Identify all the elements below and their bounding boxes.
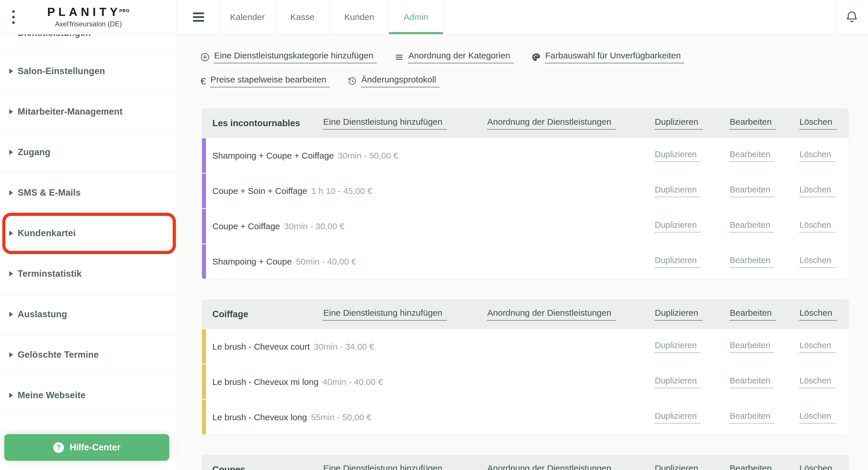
chevron-right-icon <box>9 68 13 74</box>
history-icon <box>348 77 357 86</box>
delete-service-link[interactable]: Löschen <box>799 255 835 268</box>
action-label: Preise stapelweise bearbeiten <box>210 75 330 87</box>
service-order-link[interactable]: Anordnung der Dienstleistungen <box>487 308 616 321</box>
duplicate-service-link[interactable]: Duplizieren <box>654 340 701 353</box>
service-duration-price: 30min - 50,00 € <box>338 151 398 160</box>
batch-price-edit-link[interactable]: € Preise stapelweise bearbeiten <box>200 75 330 87</box>
sidebar-item-terminstatistik[interactable]: Terminstatistik <box>0 254 177 294</box>
service-row: Coupe + Soin + Coiffage 1 h 10 - 45,00 €… <box>202 173 848 208</box>
chevron-right-icon <box>9 352 13 357</box>
duplicate-service-link[interactable]: Duplizieren <box>654 411 701 423</box>
edit-service-link[interactable]: Bearbeiten <box>730 255 774 268</box>
delete-service-link[interactable]: Löschen <box>799 411 835 423</box>
sidebar-item-geloeschte-termine[interactable]: Gelöschte Termine <box>0 334 177 375</box>
main-nav: Kalender Kasse Kunden Admin <box>177 0 443 34</box>
sidebar-item-auslastung[interactable]: Auslastung <box>0 294 177 334</box>
duplicate-service-link[interactable]: Duplizieren <box>654 220 701 232</box>
duplicate-service-link[interactable]: Duplizieren <box>654 185 701 197</box>
delete-service-link[interactable]: Löschen <box>799 376 835 388</box>
brand-block: PLANITYPRO Axel'friseursalon (DE) <box>0 0 177 34</box>
tab-kalender[interactable]: Kalender <box>220 0 275 34</box>
tab-kasse[interactable]: Kasse <box>275 0 330 34</box>
edit-category-link[interactable]: Bearbeiten <box>730 463 776 470</box>
sidebar-item-label: Salon-Einstellungen <box>18 66 105 77</box>
category-order-link[interactable]: Anordnung der Kategorien <box>395 51 514 63</box>
duplicate-category-link[interactable]: Duplizieren <box>654 308 703 321</box>
main-content: Eine Dienstleistungskategorie hinzufügen… <box>177 34 868 470</box>
sidebar-item-label: Terminstatistik <box>18 269 82 279</box>
edit-service-link[interactable]: Bearbeiten <box>730 411 774 423</box>
service-row: Le brush - Cheveux long 55min - 50,00 € … <box>202 400 848 435</box>
admin-sidebar: Dienstleistungen Salon-Einstellungen Mit… <box>0 34 177 470</box>
chevron-right-icon <box>9 150 13 155</box>
sidebar-item-sms-emails[interactable]: SMS & E-Mails <box>0 173 177 213</box>
sidebar-item-mitarbeiter-management[interactable]: Mitarbeiter-Management <box>0 91 177 132</box>
chevron-right-icon <box>9 393 13 398</box>
service-row: Coupe + Coiffage 30min - 30,00 € Duplizi… <box>202 208 848 244</box>
sidebar-item-salon-einstellungen[interactable]: Salon-Einstellungen <box>0 51 177 91</box>
service-name: Shampoing + Coupe <box>212 257 292 267</box>
category-title: Coupes <box>212 465 245 470</box>
category-header: Coupes Eine Dienstleistung hinzufügen An… <box>202 455 848 470</box>
action-label: Anordnung der Kategorien <box>408 51 514 63</box>
category-actions-row-1: Eine Dienstleistungskategorie hinzufügen… <box>200 51 684 63</box>
duplicate-service-link[interactable]: Duplizieren <box>654 376 701 388</box>
hamburger-button[interactable] <box>177 0 220 34</box>
category-table-coiffage: Coiffage Eine Dienstleistung hinzufügen … <box>202 299 849 435</box>
duplicate-service-link[interactable]: Duplizieren <box>654 149 701 162</box>
sidebar-item-kundenkartei[interactable]: Kundenkartei <box>0 213 177 254</box>
category-table-les-incontournables: Les incontournables Eine Dienstleistung … <box>202 109 849 279</box>
tab-admin[interactable]: Admin <box>389 0 443 34</box>
sidebar-item-dienstleistungen[interactable]: Dienstleistungen <box>0 34 177 51</box>
duplicate-category-link[interactable]: Duplizieren <box>654 117 703 130</box>
service-name: Le brush - Cheveux mi long <box>212 377 318 387</box>
service-duration-price: 1 h 10 - 45,00 € <box>311 186 372 196</box>
edit-service-link[interactable]: Bearbeiten <box>730 149 774 162</box>
sidebar-item-label: Auslastung <box>18 309 67 320</box>
sidebar-item-meine-webseite[interactable]: Meine Webseite <box>0 375 177 416</box>
duplicate-category-link[interactable]: Duplizieren <box>654 463 703 470</box>
service-order-link[interactable]: Anordnung der Dienstleistungen <box>487 117 616 130</box>
delete-category-link[interactable]: Löschen <box>799 308 837 321</box>
delete-service-link[interactable]: Löschen <box>799 185 835 197</box>
edit-service-link[interactable]: Bearbeiten <box>730 376 774 388</box>
service-duration-price: 30min - 30,00 € <box>284 222 344 231</box>
duplicate-service-link[interactable]: Duplizieren <box>654 255 701 268</box>
notifications-button[interactable] <box>835 0 868 34</box>
tab-kunden[interactable]: Kunden <box>330 0 389 34</box>
bell-icon <box>845 10 859 24</box>
delete-category-link[interactable]: Löschen <box>799 117 837 130</box>
sidebar-item-label: Dienstleistungen <box>18 34 91 38</box>
edit-category-link[interactable]: Bearbeiten <box>730 117 776 130</box>
add-service-link[interactable]: Eine Dienstleistung hinzufügen <box>323 463 447 470</box>
category-table-coupes: Coupes Eine Dienstleistung hinzufügen An… <box>202 455 849 470</box>
add-service-category-link[interactable]: Eine Dienstleistungskategorie hinzufügen <box>200 51 377 63</box>
add-service-link[interactable]: Eine Dienstleistung hinzufügen <box>323 308 447 321</box>
sidebar-item-label: Kundenkartei <box>18 228 76 238</box>
edit-service-link[interactable]: Bearbeiten <box>730 340 774 353</box>
sidebar-item-zugang[interactable]: Zugang <box>0 132 177 173</box>
service-order-link[interactable]: Anordnung der Dienstleistungen <box>487 463 616 470</box>
category-header: Les incontournables Eine Dienstleistung … <box>202 109 848 138</box>
brand-suffix: PRO <box>119 8 130 13</box>
sidebar-item-label: Mitarbeiter-Management <box>18 107 123 117</box>
brand-name: PLANITY <box>47 5 121 18</box>
add-service-link[interactable]: Eine Dienstleistung hinzufügen <box>323 117 447 130</box>
delete-category-link[interactable]: Löschen <box>799 463 837 470</box>
edit-service-link[interactable]: Bearbeiten <box>730 220 774 232</box>
kebab-menu-icon[interactable] <box>12 10 15 24</box>
service-row: Le brush - Cheveux mi long 40min - 40,00… <box>202 364 848 400</box>
edit-service-link[interactable]: Bearbeiten <box>730 185 774 197</box>
action-label: Änderungsprotokoll <box>361 75 440 87</box>
change-log-link[interactable]: Änderungsprotokoll <box>348 75 440 87</box>
service-duration-price: 50min - 40,00 € <box>296 257 356 267</box>
help-center-button[interactable]: ? Hilfe-Center <box>4 434 169 461</box>
help-center-label: Hilfe-Center <box>70 442 121 452</box>
unavailability-color-link[interactable]: Farbauswahl für Unverfügbarkeiten <box>531 51 684 63</box>
delete-service-link[interactable]: Löschen <box>799 220 835 232</box>
service-name: Le brush - Cheveux long <box>212 412 307 422</box>
edit-category-link[interactable]: Bearbeiten <box>730 308 776 321</box>
delete-service-link[interactable]: Löschen <box>799 149 835 162</box>
delete-service-link[interactable]: Löschen <box>799 340 835 353</box>
sidebar-item-label: SMS & E-Mails <box>18 187 81 198</box>
